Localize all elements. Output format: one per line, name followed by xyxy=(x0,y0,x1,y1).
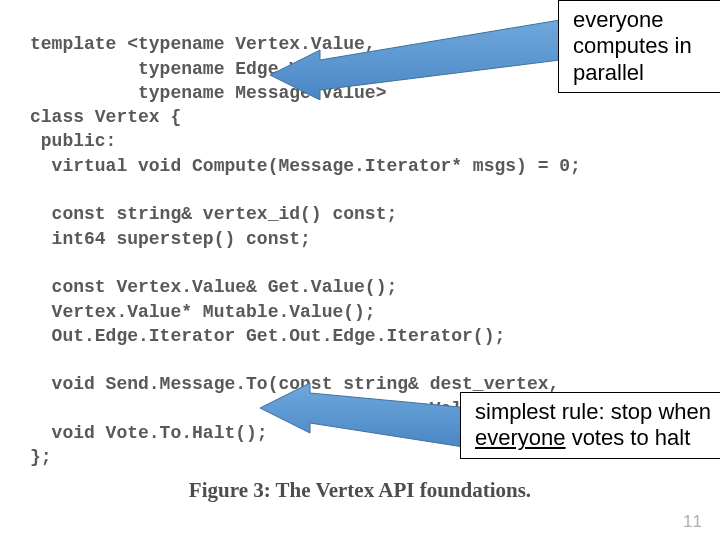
callout-text-suffix: votes to halt xyxy=(566,425,691,450)
svg-marker-1 xyxy=(260,383,470,448)
callout-halt-rule: simplest rule: stop when everyone votes … xyxy=(460,392,720,459)
code-line: Vertex.Value* Mutable.Value(); xyxy=(30,302,376,322)
code-line: virtual void Compute(Message.Iterator* m… xyxy=(30,156,581,176)
code-line: Out.Edge.Iterator Get.Out.Edge.Iterator(… xyxy=(30,326,505,346)
code-line: const string& vertex_id() const; xyxy=(30,204,397,224)
code-line: const Vertex.Value& Get.Value(); xyxy=(30,277,397,297)
page-number: 11 xyxy=(683,512,702,532)
code-line: int64 superstep() const; xyxy=(30,229,311,249)
callout-parallel: everyone computes in parallel xyxy=(558,0,720,93)
callout-text-emph: everyone xyxy=(475,425,566,450)
callout-text-prefix: simplest rule: stop when xyxy=(475,399,711,424)
code-line: void Vote.To.Halt(); xyxy=(30,423,268,443)
arrow-bottom-icon xyxy=(260,368,470,448)
code-line: public: xyxy=(30,131,116,151)
code-line: class Vertex { xyxy=(30,107,181,127)
svg-marker-0 xyxy=(270,20,560,100)
code-line: }; xyxy=(30,447,52,467)
figure-caption: Figure 3: The Vertex API foundations. xyxy=(0,478,720,503)
arrow-top-icon xyxy=(270,10,560,100)
callout-text: everyone computes in parallel xyxy=(573,7,692,85)
